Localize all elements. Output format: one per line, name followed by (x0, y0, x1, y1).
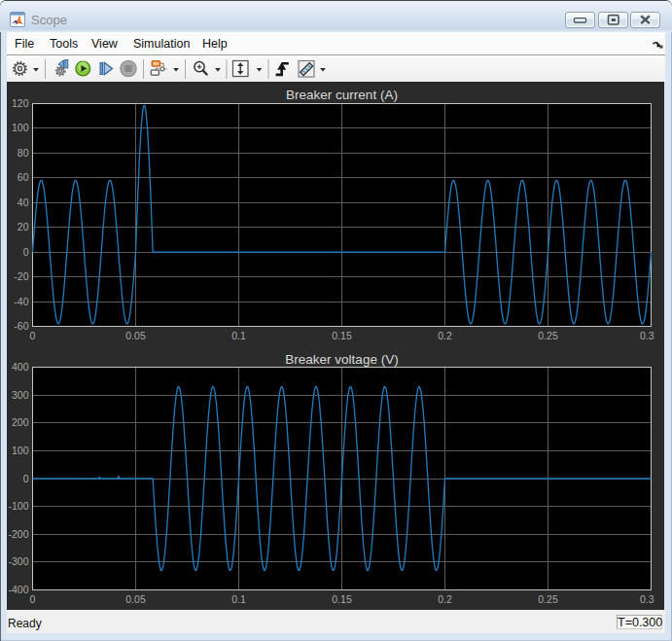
svg-text:0.3: 0.3 (640, 330, 654, 341)
svg-text:Breaker current (A): Breaker current (A) (286, 88, 398, 102)
svg-text:300: 300 (12, 389, 29, 401)
svg-text:400: 400 (12, 361, 29, 373)
svg-text:0: 0 (30, 593, 36, 605)
svg-text:0.3: 0.3 (640, 593, 654, 605)
svg-text:-200: -200 (8, 528, 28, 540)
svg-text:100: 100 (12, 122, 29, 133)
svg-text:0: 0 (23, 473, 29, 484)
svg-text:200: 200 (12, 416, 29, 428)
svg-text:40: 40 (18, 196, 29, 208)
svg-text:60: 60 (18, 171, 29, 183)
svg-text:0.05: 0.05 (125, 330, 146, 341)
svg-text:0.1: 0.1 (231, 330, 246, 341)
svg-text:0.1: 0.1 (231, 593, 246, 605)
svg-text:-20: -20 (14, 270, 28, 282)
svg-text:-60: -60 (14, 320, 28, 332)
svg-text:-100: -100 (8, 500, 28, 512)
svg-text:0.15: 0.15 (332, 593, 352, 605)
svg-text:0.25: 0.25 (538, 330, 558, 341)
svg-text:120: 120 (12, 97, 29, 109)
svg-text:0.25: 0.25 (538, 593, 558, 605)
svg-text:0.05: 0.05 (125, 593, 146, 605)
svg-text:-40: -40 (14, 296, 28, 307)
svg-text:0: 0 (30, 330, 36, 341)
svg-text:20: 20 (18, 221, 29, 232)
svg-text:-400: -400 (8, 584, 28, 595)
svg-text:0: 0 (23, 246, 29, 258)
svg-text:0.2: 0.2 (438, 330, 452, 341)
svg-text:Breaker voltage (V): Breaker voltage (V) (285, 352, 398, 367)
svg-text:-300: -300 (8, 555, 28, 567)
svg-text:100: 100 (12, 445, 29, 456)
svg-text:0.15: 0.15 (332, 330, 352, 341)
svg-text:80: 80 (18, 147, 29, 159)
svg-text:0.2: 0.2 (438, 593, 452, 605)
